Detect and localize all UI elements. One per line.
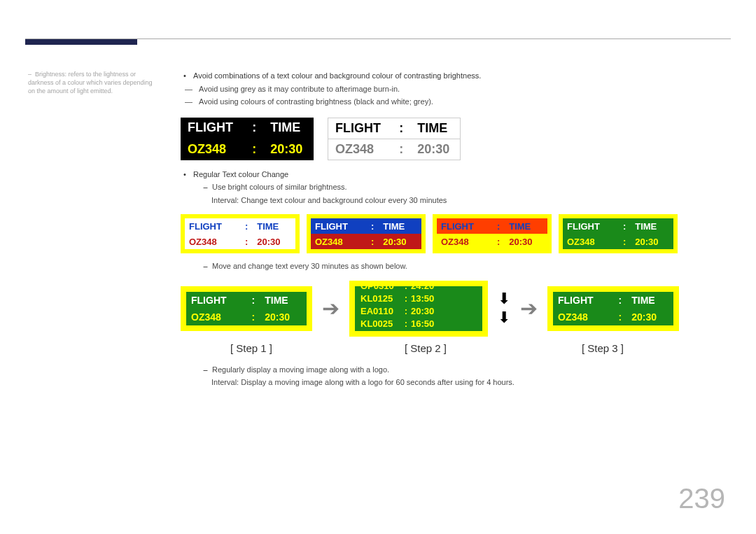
sidebar-note-text: Brightness: refers to the lightness or d… (28, 71, 153, 94)
step1-label: [ Step 1 ] (181, 342, 322, 354)
hdr-flight: FLIGHT (437, 218, 492, 234)
bullet-line: • Regular Text colour Change (181, 169, 713, 181)
sub-line: ‒ Use bright colours of similar brightne… (203, 181, 713, 193)
bullet-line: • Avoid combinations of a text colour an… (181, 70, 713, 82)
sep: : (401, 306, 411, 316)
hdr-flight: FLIGHT (181, 118, 245, 139)
sub-text: Interval: Change text colour and backgro… (211, 195, 447, 206)
val-time: 20:30 (263, 139, 314, 160)
val-time: 20:30 (505, 234, 547, 249)
sep: : (401, 293, 411, 304)
val-flight: OZ348 (437, 234, 492, 249)
sep: : (240, 218, 253, 234)
dash-icon: ‒ (203, 364, 208, 376)
sub-line: Interval: Change text colour and backgro… (211, 195, 713, 206)
header-accent (25, 39, 137, 45)
step1-board: FLIGHT : TIME OZ348 : 20:30 (181, 286, 312, 331)
dash-line: ― Avoid using grey as it may contribute … (185, 83, 713, 95)
sep: : (492, 234, 505, 249)
hdr-time: TIME (253, 218, 295, 234)
sub-line: Interval: Display a moving image along w… (211, 377, 713, 388)
bullet-icon: • (181, 70, 189, 82)
sep: : (366, 234, 379, 249)
row-time: 13:50 (411, 293, 477, 304)
dash-text: Avoid using grey as it may contribute to… (199, 83, 400, 95)
val-time: 20:30 (253, 234, 295, 249)
flight-board-black: FLIGHT : TIME OZ348 : 20:30 (181, 118, 314, 160)
hdr-time: TIME (379, 218, 421, 234)
sep: : (247, 309, 260, 325)
board-white-on-green: FLIGHT : TIME OZ348 : 20:30 (559, 214, 678, 253)
down-arrows: ⬇ ⬇ (498, 290, 510, 327)
dash-text: Avoid using colours of contrasting brigh… (199, 96, 433, 108)
sep: : (240, 234, 253, 249)
hdr-flight: FLIGHT (563, 218, 618, 234)
boards-row-2: FLIGHT : TIME OZ348 : 20:30 FLIGHT : TIM… (181, 214, 713, 253)
hdr-time: TIME (505, 218, 547, 234)
sep: : (492, 218, 505, 234)
sep: : (618, 218, 631, 234)
step-labels: [ Step 1 ] [ Step 2 ] [ Step 3 ] (181, 342, 713, 354)
hdr-time: TIME (626, 292, 673, 309)
val-flight: OZ348 (186, 309, 247, 325)
val-flight: OZ348 (563, 234, 618, 249)
val-flight: OZ348 (328, 139, 393, 160)
sep: : (245, 118, 263, 139)
row-code: OP0310 (360, 286, 401, 292)
hdr-time: TIME (631, 218, 673, 234)
sub-text: Interval: Display a moving image along w… (211, 377, 514, 388)
arrow-down-icon: ⬇ (498, 309, 510, 327)
sub-line: ‒ Regularly display a moving image along… (203, 364, 713, 376)
arrow-right-icon: ➔ (520, 296, 538, 321)
hdr-flight: FLIGHT (185, 218, 240, 234)
hdr-flight: FLIGHT (186, 292, 247, 309)
sep: : (401, 318, 411, 329)
row-time: 16:50 (411, 318, 477, 329)
dash-icon: ― (185, 83, 195, 95)
main-content: • Avoid combinations of a text colour an… (181, 70, 713, 390)
page-number: 239 (678, 483, 725, 514)
dash-icon: ― (185, 96, 195, 108)
val-time: 20:30 (410, 139, 460, 160)
val-flight: OZ348 (553, 309, 614, 325)
val-time: 20:30 (631, 234, 673, 249)
step2-scroll-area: OP0310 : 24:20 KL0125 : 13:50 EA0110 : 2… (355, 286, 482, 331)
sep: : (392, 139, 410, 160)
step3-board: FLIGHT : TIME OZ348 : 20:30 (547, 286, 679, 331)
sidebar-note: –Brightness: refers to the lightness or … (28, 70, 154, 95)
step2-board: OP0310 : 24:20 KL0125 : 13:50 EA0110 : 2… (349, 281, 488, 337)
hdr-flight: FLIGHT (553, 292, 614, 309)
bullet-text: Regular Text colour Change (193, 169, 288, 181)
sep: : (247, 292, 260, 309)
step3-label: [ Step 3 ] (529, 342, 676, 354)
sep: : (401, 286, 411, 292)
hdr-time: TIME (410, 118, 460, 139)
row-code: EA0110 (360, 306, 401, 316)
arrow-right-icon: ➔ (322, 296, 340, 321)
boards-row-3: FLIGHT : TIME OZ348 : 20:30 ➔ OP0310 : 2… (181, 281, 713, 337)
row-time: 20:30 (411, 306, 477, 316)
board-blue-on-white: FLIGHT : TIME OZ348 : 20:30 (181, 214, 300, 253)
sub-line: ‒ Move and change text every 30 minutes … (203, 260, 713, 272)
boards-row-1: FLIGHT : TIME OZ348 : 20:30 FLIGHT : TIM… (181, 118, 713, 160)
val-flight: OZ348 (181, 139, 245, 160)
sep: : (366, 218, 379, 234)
hdr-time: TIME (260, 292, 307, 309)
sub-text: Use bright colours of similar brightness… (212, 181, 347, 193)
sep: : (392, 118, 410, 139)
dash-line: ― Avoid using colours of contrasting bri… (185, 96, 713, 108)
dash-icon: ‒ (203, 260, 208, 272)
dash-icon: ‒ (203, 181, 208, 193)
val-flight: OZ348 (311, 234, 366, 249)
sep: : (245, 139, 263, 160)
dash-icon: – (28, 70, 35, 78)
val-time: 20:30 (260, 309, 307, 325)
hdr-flight: FLIGHT (311, 218, 366, 234)
row-code: KL0125 (360, 293, 401, 304)
flight-board-white: FLIGHT : TIME OZ348 : 20:30 (328, 118, 461, 160)
row-code: KL0025 (360, 318, 401, 329)
board-white-on-blue: FLIGHT : TIME OZ348 : 20:30 (307, 214, 426, 253)
bullet-icon: • (181, 169, 189, 181)
sub-text: Move and change text every 30 minutes as… (212, 260, 407, 272)
sub-text: Regularly display a moving image along w… (212, 364, 389, 376)
